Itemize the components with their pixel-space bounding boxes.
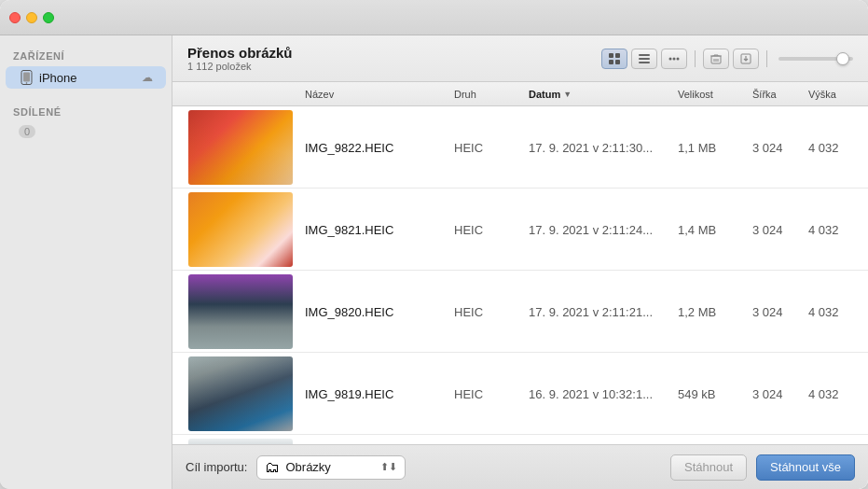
file-height: 4 032 [805,141,861,155]
svg-rect-1 [23,73,30,82]
chevron-up-down-icon: ⬆⬇ [380,461,397,473]
svg-rect-5 [609,60,613,64]
toolbar: Přenos obrázků 1 112 položek [172,35,868,82]
file-size: 1,1 MB [674,141,749,155]
file-height: 4 032 [805,305,861,319]
svg-rect-8 [639,58,650,60]
file-height: 4 032 [805,223,861,237]
file-name: IMG_9821.HEIC [301,223,450,237]
file-name: IMG_9822.HEIC [301,141,450,155]
file-type: HEIC [450,223,525,237]
thumbnail-cell [180,435,301,444]
devices-section-label: ZAŘÍZENÍ [0,45,172,65]
col-date[interactable]: Datum ▼ [525,89,674,100]
download-button[interactable]: Stáhnout [670,454,747,481]
item-count: 1 112 položek [187,61,594,72]
cloud-icon: ☁ [142,71,153,84]
thumbnail-cell [180,353,301,435]
thumbnail-cell [180,106,301,189]
file-height: 4 032 [805,387,861,401]
table-row[interactable]: IMG_9819.HEICHEIC16. 9. 2021 v 10:32:1..… [172,353,868,435]
file-size: 549 kB [674,387,749,401]
file-name: IMG_9819.HEIC [301,387,450,401]
sort-arrow-icon: ▼ [563,90,572,99]
file-name: IMG_9820.HEIC [301,305,450,319]
shared-section: SDÍLENÉ 0 [0,101,172,142]
file-type: HEIC [450,305,525,319]
table-row[interactable]: IMG_9822.HEICHEIC17. 9. 2021 v 2:11:30..… [172,106,868,189]
maximize-button[interactable] [43,12,54,23]
app-title: Přenos obrázků [187,45,594,61]
main-content: ZAŘÍZENÍ iPhone ☁ SDÍLENÉ 0 [0,35,868,489]
col-name[interactable]: Název [301,89,450,100]
minimize-button[interactable] [26,12,37,23]
more-button[interactable] [661,49,687,69]
file-date: 17. 9. 2021 v 2:11:21... [525,305,674,319]
file-type: HEIC [450,141,525,155]
svg-rect-9 [639,62,650,63]
svg-point-11 [673,57,676,60]
thumbnail-image [188,192,293,267]
import-folder-selector[interactable]: 🗂 Obrázky ⬆⬇ [256,455,406,480]
bottom-bar: Cíl importu: 🗂 Obrázky ⬆⬇ Stáhnout Stáhn… [172,444,868,489]
col-width[interactable]: Šířka [749,89,805,100]
thumbnail-image [188,274,293,349]
thumbnail-cell [180,189,301,271]
svg-rect-4 [615,53,620,58]
import-folder-name: Obrázky [285,460,375,474]
file-width: 3 024 [749,223,805,237]
slider-thumb [836,52,849,65]
file-date: 16. 9. 2021 v 10:32:1... [525,387,674,401]
table-header: Název Druh Datum ▼ Velikost Šířka Výška [172,82,868,106]
shared-badge: 0 [19,125,35,138]
shared-section-label: SDÍLENÉ [0,101,172,121]
toolbar-title-area: Přenos obrázků 1 112 položek [187,45,594,72]
svg-rect-3 [609,53,613,58]
file-date: 17. 9. 2021 v 2:11:30... [525,141,674,155]
app-window: ZAŘÍZENÍ iPhone ☁ SDÍLENÉ 0 [0,0,868,489]
toolbar-separator-2 [766,50,767,67]
col-size[interactable]: Velikost [674,89,749,100]
col-height[interactable]: Výška [805,89,861,100]
svg-point-2 [25,82,27,84]
thumbnail-image [188,356,293,431]
toolbar-separator-1 [695,50,696,67]
toolbar-buttons [601,49,853,69]
delete-button[interactable] [703,49,729,69]
file-size: 1,2 MB [674,305,749,319]
file-width: 3 024 [749,387,805,401]
right-panel: Přenos obrázků 1 112 položek [172,35,868,489]
import-destination-label: Cíl importu: [186,460,247,474]
table-body: IMG_9822.HEICHEIC17. 9. 2021 v 2:11:30..… [172,106,868,444]
thumbnail-image [188,439,293,444]
download-all-button[interactable]: Stáhnout vše [756,454,855,481]
traffic-lights [9,12,54,23]
close-button[interactable] [9,12,21,23]
table-row[interactable]: IMG_9816.HEICHEIC16. 9. 2021 v 10:32:0..… [172,435,868,444]
titlebar [0,0,868,35]
slider-track [778,57,853,61]
table-row[interactable]: IMG_9821.HEICHEIC17. 9. 2021 v 2:11:24..… [172,189,868,271]
svg-point-12 [677,57,680,60]
import-button[interactable] [733,49,759,69]
file-width: 3 024 [749,141,805,155]
iphone-icon [19,70,34,85]
file-date: 17. 9. 2021 v 2:11:24... [525,223,674,237]
iphone-label: iPhone [39,71,138,85]
sidebar-item-iphone[interactable]: iPhone ☁ [6,66,166,89]
svg-point-10 [669,57,672,60]
zoom-slider[interactable] [778,57,853,61]
grid-view-button[interactable] [601,49,627,69]
file-type: HEIC [450,387,525,401]
svg-rect-7 [639,54,650,56]
svg-rect-6 [615,60,620,64]
file-size: 1,4 MB [674,223,749,237]
col-type[interactable]: Druh [450,89,525,100]
table-row[interactable]: IMG_9820.HEICHEIC17. 9. 2021 v 2:11:21..… [172,271,868,353]
list-view-button[interactable] [631,49,657,69]
thumbnail-image [188,110,293,185]
file-width: 3 024 [749,305,805,319]
sidebar: ZAŘÍZENÍ iPhone ☁ SDÍLENÉ 0 [0,35,172,489]
thumbnail-cell [180,271,301,353]
folder-icon: 🗂 [265,459,280,476]
